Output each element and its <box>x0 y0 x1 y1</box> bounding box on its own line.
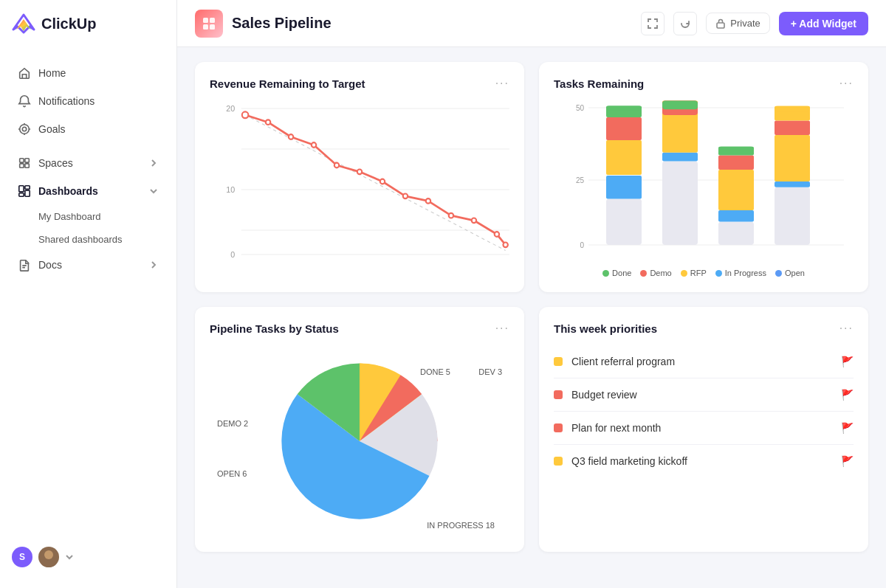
flag-icon-2: 🚩 <box>841 422 854 434</box>
legend-rfp: RFP <box>681 269 707 277</box>
sidebar-item-notifications[interactable]: Notifications <box>6 87 171 115</box>
svg-rect-48 <box>606 176 642 199</box>
priority-dot-3 <box>554 457 563 466</box>
pipeline-card-header: Pipeline Tasks by Status ··· <box>210 322 509 335</box>
legend-rfp-label: RFP <box>690 269 707 277</box>
pie-label-dev: DEV 3 <box>478 367 502 376</box>
svg-rect-54 <box>662 153 698 162</box>
svg-text:0: 0 <box>580 241 584 249</box>
home-label: Home <box>38 67 66 79</box>
grid-icon <box>201 15 217 32</box>
sidebar-subitem-my-dashboard[interactable]: My Dashboard <box>6 205 171 228</box>
svg-point-36 <box>426 198 430 204</box>
pipeline-more-button[interactable]: ··· <box>495 322 509 335</box>
goals-icon <box>18 122 31 136</box>
page-title: Sales Pipeline <box>232 15 332 32</box>
svg-point-33 <box>357 170 362 175</box>
svg-rect-63 <box>718 147 754 151</box>
svg-rect-61 <box>718 156 754 170</box>
expand-icon <box>647 18 659 30</box>
private-button[interactable]: Private <box>706 13 769 34</box>
revenue-card: Revenue Remaining to Target ··· 20 10 <box>195 62 524 292</box>
legend-done: Done <box>602 269 631 277</box>
revenue-chart: 20 10 0 <box>210 100 509 263</box>
dashboards-label: Dashboards <box>38 185 98 197</box>
svg-rect-66 <box>775 135 810 181</box>
clickup-logo-icon <box>12 12 35 35</box>
private-label: Private <box>730 18 760 29</box>
svg-rect-67 <box>775 120 810 135</box>
svg-point-35 <box>403 194 408 199</box>
add-widget-button[interactable]: + Add Widget <box>779 12 868 35</box>
priority-item-2: Plan for next month 🚩 <box>554 412 854 445</box>
user-chevron-icon[interactable] <box>65 553 74 561</box>
sidebar-item-spaces[interactable]: Spaces <box>6 149 171 177</box>
expand-button[interactable] <box>641 12 664 35</box>
legend-in-progress: In Progress <box>715 269 766 277</box>
priority-label-0: Client referral program <box>571 356 832 367</box>
svg-point-39 <box>495 232 499 237</box>
svg-rect-9 <box>25 186 30 189</box>
refresh-icon <box>679 18 691 30</box>
docs-chevron-icon <box>148 260 159 270</box>
legend-done-label: Done <box>612 269 631 277</box>
legend-open: Open <box>775 269 805 277</box>
svg-rect-10 <box>19 193 24 197</box>
priority-dot-0 <box>554 357 563 366</box>
priority-label-3: Q3 field marketing kickoff <box>571 455 832 467</box>
svg-rect-11 <box>25 190 30 196</box>
main-panel: Sales Pipeline Private + <box>177 0 886 588</box>
svg-point-31 <box>312 142 316 148</box>
docs-label: Docs <box>38 259 62 271</box>
legend-demo-label: Demo <box>650 269 671 277</box>
priority-item-1: Budget review 🚩 <box>554 378 854 412</box>
svg-rect-50 <box>606 117 642 140</box>
priority-label-1: Budget review <box>571 389 832 401</box>
sidebar-item-goals[interactable]: Goals <box>6 115 171 143</box>
priorities-card-header: This week priorities ··· <box>554 322 854 335</box>
refresh-button[interactable] <box>673 12 697 35</box>
avatar-img <box>38 547 59 567</box>
svg-rect-53 <box>662 162 698 245</box>
app-name: ClickUp <box>41 15 96 32</box>
svg-point-29 <box>266 120 270 125</box>
docs-icon <box>18 258 31 271</box>
revenue-card-header: Revenue Remaining to Target ··· <box>210 77 509 90</box>
svg-rect-4 <box>20 159 24 162</box>
sidebar-item-dashboards[interactable]: Dashboards <box>6 177 171 205</box>
tasks-card-header: Tasks Remaining ··· <box>554 77 854 90</box>
legend-in-progress-label: In Progress <box>725 269 766 277</box>
svg-text:10: 10 <box>226 185 235 194</box>
sidebar-item-home[interactable]: Home <box>6 59 171 87</box>
spaces-icon <box>18 156 31 170</box>
pie-label-open: OPEN 6 <box>217 469 247 478</box>
svg-rect-58 <box>718 222 754 245</box>
sidebar-subitem-shared-dashboards[interactable]: Shared dashboards <box>6 228 171 251</box>
svg-rect-6 <box>20 164 24 167</box>
bottom-row: Pipeline Tasks by Status ··· <box>195 307 868 552</box>
flag-icon-3: 🚩 <box>841 455 854 467</box>
tasks-more-button[interactable]: ··· <box>839 77 854 90</box>
priorities-title: This week priorities <box>554 322 657 335</box>
svg-rect-15 <box>210 18 215 23</box>
flag-icon-0: 🚩 <box>841 356 854 367</box>
logo-area: ClickUp <box>0 12 176 50</box>
revenue-chart-svg: 20 10 0 <box>210 100 509 263</box>
priority-item-0: Client referral program 🚩 <box>554 345 854 378</box>
priorities-more-button[interactable]: ··· <box>839 322 854 335</box>
legend-open-label: Open <box>785 269 805 277</box>
pipeline-card: Pipeline Tasks by Status ··· <box>195 307 524 552</box>
svg-rect-60 <box>718 170 754 210</box>
svg-point-3 <box>22 127 26 131</box>
revenue-more-button[interactable]: ··· <box>495 77 509 90</box>
top-row: Revenue Remaining to Target ··· 20 10 <box>195 62 868 292</box>
svg-point-34 <box>380 179 385 184</box>
svg-rect-8 <box>19 186 24 192</box>
svg-rect-69 <box>775 106 810 112</box>
svg-rect-47 <box>606 199 642 246</box>
sidebar-item-docs[interactable]: Docs <box>6 251 171 279</box>
topbar-right: Private + Add Widget <box>641 12 868 35</box>
svg-rect-18 <box>717 23 724 28</box>
svg-rect-49 <box>606 140 642 175</box>
goals-label: Goals <box>38 123 66 135</box>
